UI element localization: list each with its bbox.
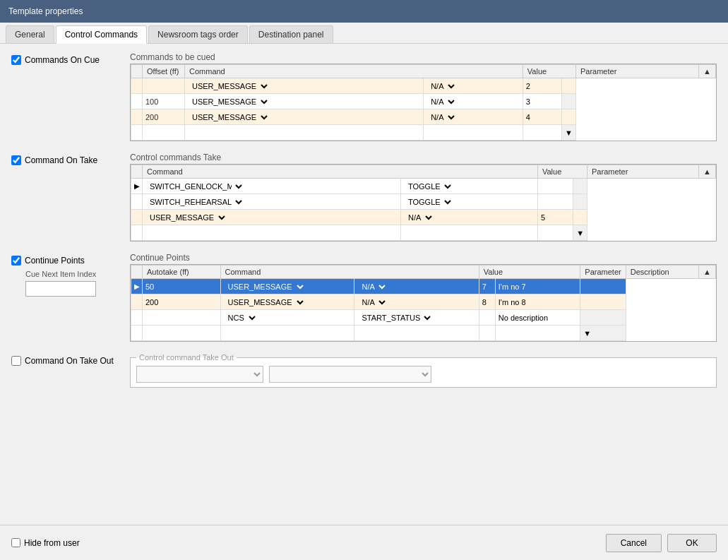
value-select[interactable]: N/A [357,297,388,307]
table-row: ▶ 50 USER_MESSAGE N/A [131,279,716,294]
command-select-wrapper: NCS [224,313,352,323]
command-select[interactable]: USER_MESSAGE [224,282,306,292]
value-select[interactable]: TOGGLE [404,197,453,207]
autotake-cell [143,310,221,326]
table-row: USER_MESSAGE N/A 2 [131,78,716,94]
value-select-wrapper: N/A [404,213,535,222]
command-cell: USER_MESSAGE [185,109,424,125]
hide-from-user-checkbox[interactable] [11,538,20,547]
command-on-take-checkbox[interactable] [11,155,21,165]
row-marker: ▶ [131,279,143,294]
cancel-button[interactable]: Cancel [606,534,662,552]
command-select[interactable]: USER_MESSAGE [188,112,270,122]
take-out-value-select[interactable] [269,366,431,383]
row-marker [131,125,143,141]
table-row: SWITCH_REHEARSAL_MODE TOGGLE [131,194,716,210]
value-select-wrapper: N/A [357,282,475,292]
value-select[interactable]: N/A [357,282,388,292]
command-on-take-table-container: Command Value Parameter ▲ ▶ SWITCH_GENLO… [130,164,717,242]
scroll-side [580,310,626,326]
coc-col-parameter: Parameter [575,65,698,78]
scroll-side [573,194,587,210]
continue-points-checkbox[interactable] [11,256,21,266]
command-on-take-out-checkbox-row: Command On Take Out [11,356,124,366]
scroll-side [573,179,587,194]
scroll-side [562,109,576,125]
commands-on-cue-checkbox[interactable] [11,55,21,65]
scroll-side-bottom: ▼ [580,326,626,341]
table-row: 100 USER_MESSAGE N/A 3 [131,94,716,109]
parameter-cell: 2 [523,78,561,94]
value-select[interactable]: N/A [426,81,457,91]
value-select[interactable]: N/A [426,97,457,107]
cp-col-autotake: Autotake (ff) [143,266,221,279]
cp-col-marker [131,266,143,279]
empty-cell [143,326,221,341]
empty-cell [537,225,573,241]
cot-col-command: Command [143,165,538,179]
tab-destination-panel[interactable]: Destination panel [249,25,333,43]
command-select[interactable]: USER_MESSAGE [188,97,270,107]
value-select-wrapper: N/A [426,112,520,122]
coc-col-command: Command [185,65,523,78]
take-out-controls [136,366,710,383]
continue-points-title: Continue Points [130,253,717,263]
scroll-side [573,210,587,225]
description-cell: I'm no 8 [495,294,580,310]
command-select-wrapper: USER_MESSAGE [145,213,398,222]
tab-general[interactable]: General [6,25,54,43]
description-cell: I'm no 7 [495,279,580,294]
value-select[interactable]: TOGGLE [404,181,453,191]
command-on-take-out-checkbox[interactable] [11,356,21,366]
row-marker [131,294,143,310]
row-marker [131,194,143,210]
empty-cell [400,225,537,241]
tab-newsroom-tags-order[interactable]: Newsroom tags order [148,25,248,43]
empty-cell [479,326,495,341]
value-cell: N/A [424,94,523,109]
continue-points-table: Autotake (ff) Command Value Parameter De… [131,265,716,341]
value-select-wrapper: TOGGLE [404,181,535,191]
value-select[interactable]: N/A [404,213,434,222]
command-select[interactable]: NCS [224,313,258,323]
command-select[interactable]: SWITCH_GENLOCK_MODE [145,181,244,191]
cue-next-input-wrapper [25,281,124,297]
command-select[interactable]: SWITCH_REHEARSAL_MODE [145,197,244,207]
command-cell: USER_MESSAGE [220,294,354,310]
empty-cell [143,225,401,241]
title-text: Template properties [8,6,83,16]
value-cell: TOGGLE [400,194,537,210]
row-marker: ▶ [131,179,143,194]
scroll-side [580,294,626,310]
cot-col-marker [131,165,143,179]
value-select[interactable]: START_STATUS [357,313,433,323]
value-select-wrapper: TOGGLE [404,197,535,207]
coc-col-value: Value [523,65,575,78]
command-select[interactable]: USER_MESSAGE [224,297,306,307]
value-select[interactable]: N/A [426,112,457,122]
command-on-take-out-label: Command On Take Out [25,356,114,366]
autotake-cell: 200 [143,294,221,310]
command-on-take-label: Command On Take [25,155,97,165]
command-select[interactable]: USER_MESSAGE [188,81,270,91]
parameter-cell: 3 [523,94,561,109]
cue-next-input[interactable] [25,281,96,297]
scroll-side-bottom: ▼ [562,125,576,141]
commands-on-cue-label: Commands On Cue [25,55,100,65]
table-row: NCS START_STATUS No description [131,310,716,326]
table-row: 200 USER_MESSAGE N/A 4 [131,109,716,125]
cot-scrollbar: ▲ [699,165,716,179]
table-row-empty: ▼ [131,225,716,241]
commands-on-cue-table: Offset (ff) Command Value Parameter ▲ [131,64,716,141]
take-out-command-select[interactable] [136,366,263,383]
command-select[interactable]: USER_MESSAGE [145,213,227,222]
parameter-cell [537,194,573,210]
ok-button[interactable]: OK [667,534,717,552]
table-row: ▶ SWITCH_GENLOCK_MODE TOGGLE [131,179,716,194]
continue-points-label-area: Continue Points Cue Next Item Index [11,253,124,297]
command-cell: USER_MESSAGE [185,94,424,109]
parameter-cell: 7 [479,279,495,294]
tab-control-commands[interactable]: Control Commands [56,25,147,44]
coc-col-offset: Offset (ff) [143,65,185,78]
footer-left: Hide from user [11,538,80,548]
